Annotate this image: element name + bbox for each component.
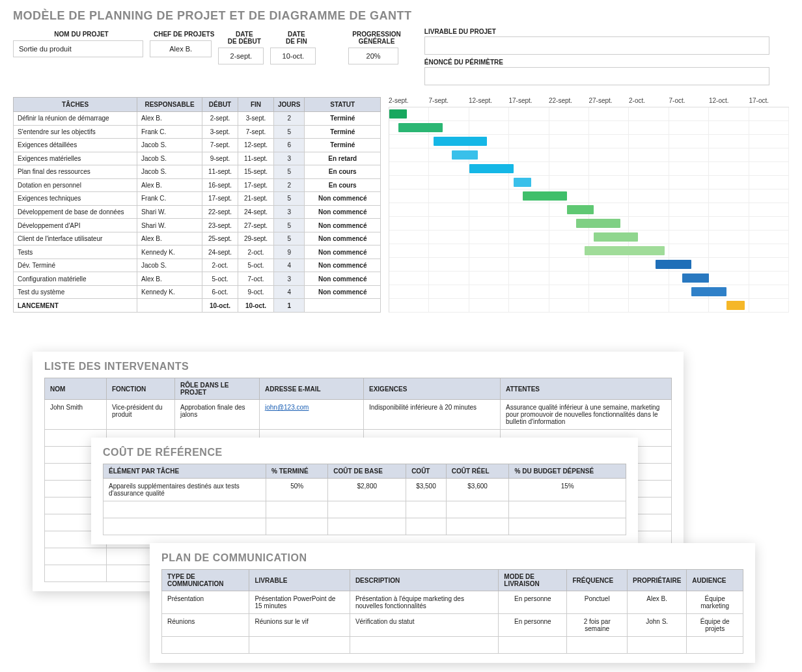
table-row[interactable]: Dév. TerminéJacob S.2-oct.5-oct.4Non com… xyxy=(14,259,381,272)
table-row[interactable]: Client de l'interface utilisateurAlex B.… xyxy=(14,232,381,245)
table-row[interactable]: Définir la réunion de démarrageAlex B.2-… xyxy=(14,112,381,126)
meta-header-scope: ÉNONCÉ DU PÉRIMÈTRE xyxy=(424,59,769,66)
task-owner: Kennedy K. xyxy=(137,285,202,299)
task-name: Dotation en personnel xyxy=(14,178,137,192)
gantt-bar[interactable] xyxy=(585,246,665,255)
task-days: 5 xyxy=(274,192,305,206)
tasks-header-end: FIN xyxy=(238,98,274,112)
gantt-bar[interactable] xyxy=(567,205,594,214)
gantt-bar[interactable] xyxy=(682,273,709,283)
task-end: 11-sept. xyxy=(238,152,274,165)
gantt-tick: 12-oct. xyxy=(709,97,749,104)
gantt-bar[interactable] xyxy=(398,123,443,132)
gantt-tick: 7-sept. xyxy=(429,97,469,104)
task-days: 9 xyxy=(274,245,305,259)
meta-value-project-manager[interactable]: Alex B. xyxy=(150,40,212,57)
gantt-row xyxy=(389,231,789,244)
table-row[interactable]: Exigences détailléesJacob S.7-sept.12-se… xyxy=(14,139,381,152)
gantt-bar[interactable] xyxy=(389,109,407,119)
meta-value-project-name[interactable]: Sortie du produit xyxy=(13,40,143,57)
task-name: S'entendre sur les objectifs xyxy=(14,125,137,139)
task-end: 15-sept. xyxy=(238,165,274,179)
task-end: 24-sept. xyxy=(238,205,274,219)
tasks-header-start: DÉBUT xyxy=(202,98,238,112)
task-end: 2-oct. xyxy=(238,245,274,259)
task-end: 9-oct. xyxy=(238,285,274,299)
gantt-bar[interactable] xyxy=(726,301,744,310)
task-name: Développement de base de données xyxy=(14,205,137,219)
meta-value-end-date[interactable]: 10-oct. xyxy=(270,48,316,64)
gantt-bar[interactable] xyxy=(452,150,478,160)
gantt-tick: 27-sept. xyxy=(589,97,629,104)
task-status: Terminé xyxy=(305,125,381,139)
meta-value-progress[interactable]: 20% xyxy=(348,48,398,64)
table-row[interactable]: Dotation en personnelAlex B.16-sept.17-s… xyxy=(14,178,381,192)
task-name: Client de l'interface utilisateur xyxy=(14,232,137,245)
table-row[interactable]: Exigences matériellesJacob S.9-sept.11-s… xyxy=(14,152,381,165)
gantt-bar[interactable] xyxy=(523,191,567,201)
table-row[interactable]: Configuration matérielleAlex B.5-oct.7-o… xyxy=(14,272,381,286)
gantt-row xyxy=(389,162,789,176)
task-start: 16-sept. xyxy=(202,178,238,192)
task-status xyxy=(305,299,381,313)
tasks-header-task: TÂCHES xyxy=(14,98,137,112)
gantt-row xyxy=(389,299,789,313)
task-owner: Alex B. xyxy=(137,178,202,192)
tasks-table: TÂCHES RESPONSABLE DÉBUT FIN JOURS STATU… xyxy=(13,97,381,313)
table-row[interactable]: Test du systèmeKennedy K.6-oct.9-oct.4No… xyxy=(14,285,381,299)
task-owner: Jacob S. xyxy=(137,165,202,179)
gantt-bar[interactable] xyxy=(434,137,487,146)
task-owner: Kennedy K. xyxy=(137,245,202,259)
meta-value-start-date[interactable]: 2-sept. xyxy=(218,48,264,64)
gantt-bar[interactable] xyxy=(691,287,727,296)
gantt-bar[interactable] xyxy=(656,260,691,269)
task-start: 3-sept. xyxy=(202,125,238,139)
table-row[interactable]: Développement de base de donnéesShari W.… xyxy=(14,205,381,219)
gantt-bar[interactable] xyxy=(576,219,620,228)
task-status: Non commencé xyxy=(305,219,381,232)
table-row[interactable]: Développement d'APIShari W.23-sept.27-se… xyxy=(14,219,381,232)
gantt-tick: 22-sept. xyxy=(549,97,589,104)
task-end: 7-sept. xyxy=(238,125,274,139)
task-status: Non commencé xyxy=(305,205,381,219)
gantt-row xyxy=(389,148,789,162)
meta-header-project-manager: CHEF DE PROJETS xyxy=(150,28,218,40)
meta-input-deliverable[interactable] xyxy=(424,36,769,55)
gantt-row xyxy=(389,107,789,121)
task-owner: Frank C. xyxy=(137,192,202,206)
task-days: 1 xyxy=(274,299,305,313)
table-row[interactable]: S'entendre sur les objectifsFrank C.3-se… xyxy=(14,125,381,139)
task-days: 4 xyxy=(274,285,305,299)
task-start: 6-oct. xyxy=(202,285,238,299)
gantt-tick: 12-sept. xyxy=(469,97,509,104)
task-days: 4 xyxy=(274,259,305,272)
task-status: Non commencé xyxy=(305,272,381,286)
tasks-header-owner: RESPONSABLE xyxy=(137,98,202,112)
gantt-tick: 7-oct. xyxy=(669,97,710,104)
meta-input-scope[interactable] xyxy=(424,67,769,85)
task-name: Exigences techniques xyxy=(14,192,137,206)
task-name: LANCEMENT xyxy=(14,299,137,313)
table-row[interactable]: Plan final des ressourcesJacob S.11-sept… xyxy=(14,165,381,179)
table-row[interactable]: Exigences techniquesFrank C.17-sept.21-s… xyxy=(14,192,381,206)
task-status: En retard xyxy=(305,152,381,165)
task-days: 3 xyxy=(274,272,305,286)
task-end: 3-sept. xyxy=(238,112,274,126)
gantt-bar[interactable] xyxy=(469,164,514,173)
gantt-bar[interactable] xyxy=(594,232,638,242)
meta-header-deliverable: LIVRABLE DU PROJET xyxy=(424,28,769,35)
task-name: Dév. Terminé xyxy=(14,259,137,272)
gantt-bar[interactable] xyxy=(514,178,531,187)
task-owner: Shari W. xyxy=(137,219,202,232)
table-row[interactable]: LANCEMENT10-oct.10-oct.1 xyxy=(14,299,381,313)
meta-header-start-date: DATE DE DÉBUT xyxy=(218,28,270,48)
task-owner: Jacob S. xyxy=(137,152,202,165)
table-row[interactable]: TestsKennedy K.24-sept.2-oct.9Non commen… xyxy=(14,245,381,259)
task-owner xyxy=(137,299,202,313)
task-start: 7-sept. xyxy=(202,139,238,152)
task-days: 2 xyxy=(274,112,305,126)
task-start: 22-sept. xyxy=(202,205,238,219)
gantt-row xyxy=(389,189,789,203)
task-status: Non commencé xyxy=(305,245,381,259)
task-name: Exigences matérielles xyxy=(14,152,137,165)
